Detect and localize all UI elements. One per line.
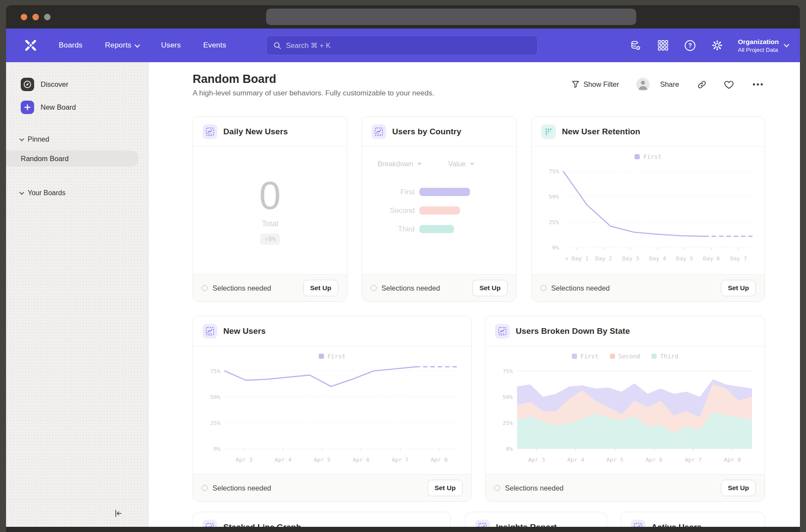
bar-label: First bbox=[362, 188, 415, 196]
board-controls: Show Filter Share bbox=[571, 78, 763, 91]
status-text: Selections needed bbox=[213, 284, 271, 292]
card-title: Stacked Line Graph bbox=[223, 522, 301, 527]
card-title: Insights Report bbox=[496, 522, 557, 527]
insights-chart-icon bbox=[203, 324, 217, 339]
svg-text:25%: 25% bbox=[210, 420, 221, 426]
filter-funnel-icon[interactable] bbox=[571, 80, 580, 89]
svg-text:50%: 50% bbox=[503, 394, 513, 400]
sidebar-item-discover[interactable]: Discover bbox=[6, 74, 148, 95]
address-bar[interactable] bbox=[266, 9, 636, 25]
svg-text:Apr 3: Apr 3 bbox=[528, 456, 545, 463]
avatar[interactable] bbox=[636, 78, 650, 91]
svg-text:0%: 0% bbox=[213, 446, 220, 452]
card-title: Daily New Users bbox=[223, 127, 288, 136]
svg-text:Apr 5: Apr 5 bbox=[314, 456, 330, 463]
status-circle-icon bbox=[202, 285, 208, 291]
svg-text:Apr 5: Apr 5 bbox=[606, 456, 623, 463]
svg-text:Apr 3: Apr 3 bbox=[236, 456, 253, 463]
nav-item-events[interactable]: Events bbox=[203, 41, 226, 50]
card-title: Users by Country bbox=[392, 127, 461, 136]
svg-text:Day 5: Day 5 bbox=[676, 255, 693, 262]
sidebar-section-pinned[interactable]: Pinned bbox=[6, 136, 148, 143]
org-switcher[interactable]: Organization All Project Data bbox=[738, 38, 788, 53]
svg-text:Day 2: Day 2 bbox=[595, 255, 612, 262]
nav-item-users[interactable]: Users bbox=[161, 41, 181, 50]
set-up-button[interactable]: Set Up bbox=[428, 480, 463, 496]
card-title: New Users bbox=[223, 326, 266, 336]
set-up-button[interactable]: Set Up bbox=[473, 280, 508, 296]
settings-gear-icon[interactable] bbox=[711, 40, 723, 51]
nav-item-reports[interactable]: Reports bbox=[105, 41, 139, 50]
breakdown-dropdown[interactable]: Breakdown bbox=[378, 160, 422, 168]
insights-chart-icon bbox=[475, 520, 490, 527]
status-circle-icon bbox=[202, 485, 208, 491]
svg-text:Day 4: Day 4 bbox=[649, 255, 666, 262]
page-title: Random Board bbox=[193, 73, 276, 86]
svg-text:50%: 50% bbox=[210, 394, 221, 400]
traffic-light-zoom[interactable] bbox=[44, 14, 51, 20]
chevron-down-icon bbox=[417, 163, 422, 165]
window-titlebar bbox=[6, 5, 800, 28]
help-icon[interactable]: ? bbox=[684, 40, 696, 51]
svg-text:Apr 6: Apr 6 bbox=[646, 456, 663, 463]
bar bbox=[419, 206, 460, 215]
status-circle-icon bbox=[371, 285, 377, 291]
data-management-icon[interactable] bbox=[630, 40, 641, 51]
collapse-sidebar-icon[interactable] bbox=[113, 508, 123, 519]
traffic-light-minimize[interactable] bbox=[32, 14, 39, 20]
favorite-heart-icon[interactable] bbox=[724, 80, 734, 89]
global-search[interactable] bbox=[266, 35, 538, 55]
metric-value: 0 bbox=[259, 176, 281, 215]
legend-item: Second bbox=[610, 353, 641, 360]
chevron-down-icon bbox=[19, 190, 24, 195]
card-title: Active Users bbox=[651, 522, 701, 527]
show-filter-button[interactable]: Show Filter bbox=[584, 80, 619, 89]
mixpanel-logo-icon[interactable] bbox=[23, 38, 38, 53]
sidebar-section-your-boards[interactable]: Your Boards bbox=[6, 189, 148, 197]
sidebar-item-random-board[interactable]: Random Board bbox=[6, 150, 139, 167]
apps-grid-icon[interactable] bbox=[657, 40, 669, 51]
discover-compass-icon bbox=[21, 78, 34, 91]
browser-window: Boards Reports Users Events bbox=[6, 5, 800, 532]
status-text: Selections needed bbox=[381, 284, 440, 292]
card-active-users: Active Users bbox=[621, 512, 765, 527]
nav-item-boards[interactable]: Boards bbox=[59, 41, 83, 50]
svg-text:Apr 4: Apr 4 bbox=[275, 456, 292, 463]
set-up-button[interactable]: Set Up bbox=[303, 280, 338, 296]
insights-chart-icon bbox=[495, 324, 510, 339]
status-text: Selections needed bbox=[213, 484, 271, 492]
country-bar-list: FirstSecondThird bbox=[362, 183, 516, 238]
bar bbox=[419, 188, 470, 196]
svg-text:Day 6: Day 6 bbox=[703, 255, 720, 262]
svg-text:?: ? bbox=[688, 42, 692, 49]
more-options-icon[interactable] bbox=[753, 83, 763, 86]
card-title: Users Broken Down By State bbox=[516, 326, 630, 336]
svg-text:75%: 75% bbox=[549, 168, 559, 174]
svg-text:25%: 25% bbox=[503, 420, 513, 426]
svg-text:25%: 25% bbox=[549, 219, 559, 225]
metric-delta-badge: ↑0% bbox=[260, 234, 279, 245]
set-up-button[interactable]: Set Up bbox=[721, 280, 756, 296]
card-new-user-retention: New User Retention First 75%50%25%0%< Da… bbox=[531, 116, 765, 302]
sidebar-item-new-board[interactable]: New Board bbox=[6, 97, 148, 117]
insights-chart-icon bbox=[371, 124, 386, 139]
svg-text:< Day 1: < Day 1 bbox=[565, 255, 589, 262]
chart-legend: First bbox=[193, 353, 471, 360]
value-dropdown[interactable]: Value bbox=[448, 160, 474, 168]
chevron-down-icon bbox=[784, 42, 790, 48]
svg-text:50%: 50% bbox=[549, 193, 559, 200]
search-input[interactable] bbox=[286, 41, 530, 50]
copy-link-icon[interactable] bbox=[697, 80, 707, 89]
country-bar-row: First bbox=[362, 183, 516, 201]
svg-text:0%: 0% bbox=[552, 244, 559, 251]
share-button[interactable]: Share bbox=[660, 80, 679, 89]
svg-text:Apr 6: Apr 6 bbox=[353, 456, 370, 463]
legend-item: Third bbox=[651, 353, 678, 360]
card-new-users: New Users First 75%50%25%0%Apr 3Apr 4Apr… bbox=[193, 316, 472, 502]
card-insights-report: Insights Report bbox=[465, 512, 607, 527]
page-subtitle: A high-level summary of user behaviors. … bbox=[193, 89, 434, 98]
card-stacked-line-graph: Stacked Line Graph bbox=[193, 512, 451, 527]
new-users-line-chart: 75%50%25%0%Apr 3Apr 4Apr 5Apr 6Apr 7Apr … bbox=[200, 361, 464, 465]
traffic-light-close[interactable] bbox=[21, 14, 27, 20]
set-up-button[interactable]: Set Up bbox=[721, 480, 756, 496]
